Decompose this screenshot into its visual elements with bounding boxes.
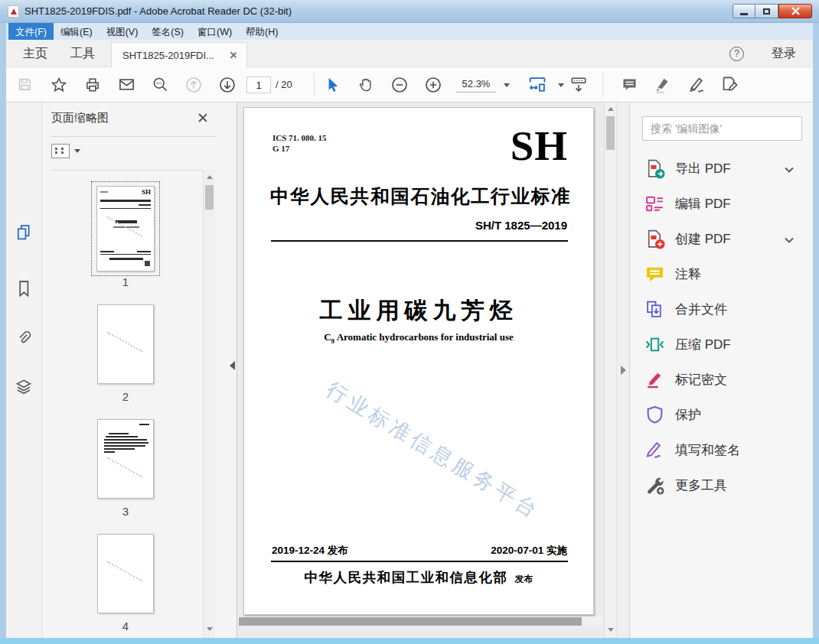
tool-edit-pdf[interactable]: 编辑 PDF [630, 186, 813, 221]
tool-label: 导出 PDF [675, 160, 731, 177]
menu-window[interactable]: 窗口(W) [191, 23, 239, 40]
attachments-icon[interactable] [15, 329, 33, 347]
next-page-icon[interactable] [217, 74, 238, 96]
tool-label: 创建 PDF [675, 230, 731, 248]
select-tool-icon[interactable] [321, 74, 343, 96]
page-edit-icon[interactable] [719, 74, 740, 96]
chevron-down-icon[interactable] [784, 164, 795, 177]
tab-close-icon[interactable] [228, 50, 239, 60]
thumbnails-scrollbar[interactable] [203, 170, 215, 638]
tool-compress-pdf[interactable]: 压缩 PDF [630, 327, 813, 362]
sign-in-button[interactable]: 登录 [772, 40, 796, 67]
fit-width-icon[interactable] [527, 74, 548, 96]
scrollbar-thumb[interactable] [239, 617, 582, 626]
standard-number: SH/T 1825—2019 [475, 219, 567, 232]
tool-label: 合并文件 [675, 301, 727, 318]
tool-more-tools[interactable]: 更多工具 [630, 467, 813, 503]
tool-create-pdf[interactable]: 创建 PDF [630, 221, 813, 256]
maximize-icon [763, 8, 770, 15]
scroll-down-icon[interactable] [608, 628, 614, 632]
comment-icon[interactable] [618, 74, 640, 96]
tool-comment[interactable]: 注释 [630, 256, 813, 291]
watermark-text: 行业标准信息服务平台 [305, 366, 562, 535]
close-window-button[interactable] [778, 4, 812, 18]
menu-help[interactable]: 帮助(H) [239, 23, 285, 40]
previous-page-icon[interactable] [183, 74, 204, 96]
tool-combine-files[interactable]: 合并文件 [630, 291, 813, 327]
scroll-up-icon[interactable] [207, 175, 213, 179]
thumbnail-label-3[interactable]: 3 [91, 505, 160, 518]
star-icon[interactable] [48, 74, 70, 96]
document-vertical-scrollbar[interactable] [604, 102, 616, 638]
menu-sign[interactable]: 签名(S) [145, 23, 191, 40]
tab-tools[interactable]: 工具 [70, 40, 95, 67]
highlight-icon[interactable] [652, 74, 674, 96]
hide-toolbar-icon[interactable] [568, 74, 589, 96]
thumbnail-page-1[interactable]: SH [96, 186, 155, 272]
help-icon[interactable]: ? [729, 47, 744, 61]
scroll-up-icon[interactable] [608, 107, 614, 111]
zoom-dropdown-caret[interactable] [504, 83, 510, 87]
window-border [0, 23, 6, 638]
tab-document[interactable]: SHT1825-2019FDI... [111, 42, 247, 67]
thumb-text-line [104, 448, 135, 450]
panel-divider [51, 136, 217, 137]
thumb-text-line [109, 433, 129, 434]
tool-label: 编辑 PDF [675, 195, 731, 213]
bookmarks-icon[interactable] [15, 279, 33, 298]
thumbnail-page-3[interactable] [97, 419, 154, 499]
zoom-out-icon[interactable] [389, 74, 410, 96]
zoom-level-value[interactable]: 52.3% [456, 78, 496, 93]
document-horizontal-scrollbar[interactable] [238, 616, 604, 626]
title-bar[interactable]: SHT1825-2019FDIS.pdf - Adobe Acrobat Rea… [0, 0, 819, 23]
thumb-watermark [106, 561, 142, 581]
thumb-watermark [106, 331, 142, 352]
search-icon[interactable] [149, 74, 171, 96]
menu-file[interactable]: 文件(F) [8, 23, 54, 40]
tool-export-pdf[interactable]: 导出 PDF [630, 151, 813, 186]
combine-files-icon [644, 299, 665, 320]
tools-search-input[interactable] [642, 116, 802, 141]
tools-pane-gutter [616, 102, 629, 638]
chevron-down-icon[interactable] [784, 234, 795, 248]
print-icon[interactable] [82, 74, 103, 96]
thumbnail-options-button[interactable] [51, 142, 82, 159]
collapse-left-panel-icon[interactable] [230, 361, 235, 370]
zoom-in-icon[interactable] [423, 74, 444, 96]
sh-logo: SH [511, 122, 568, 170]
scroll-down-icon[interactable] [207, 627, 213, 631]
thumbnail-page-4[interactable] [97, 534, 154, 613]
page-number-input[interactable] [246, 76, 271, 93]
pdf-page[interactable]: ICS 71. 080. 15 G 17 SH 中华人民共和国石油化工行业标准 … [243, 107, 594, 615]
tab-home[interactable]: 主页 [23, 40, 47, 67]
panel-close-icon[interactable] [197, 112, 209, 124]
scrollbar-thumb[interactable] [205, 185, 214, 210]
hand-tool-icon[interactable] [355, 74, 377, 96]
menu-edit[interactable]: 编辑(E) [54, 23, 100, 40]
email-icon[interactable] [116, 74, 137, 96]
tool-redact[interactable]: 标记密文 [630, 362, 813, 397]
toolbar-divider [314, 73, 315, 96]
page-thumbnails-icon[interactable] [15, 223, 33, 242]
menu-view[interactable]: 视图(V) [100, 23, 145, 40]
minimize-button[interactable] [733, 4, 755, 18]
thumbnail-label-4[interactable]: 4 [91, 620, 160, 633]
window-border [813, 23, 819, 638]
thumbnail-page-2[interactable] [97, 304, 154, 384]
collapse-right-panel-icon[interactable] [621, 366, 626, 375]
thumbnail-label-2[interactable]: 2 [91, 390, 160, 403]
document-canvas[interactable]: ICS 71. 080. 15 G 17 SH 中华人民共和国石油化工行业标准 … [237, 102, 604, 638]
tool-protect[interactable]: 保护 [630, 397, 813, 432]
sign-icon[interactable] [686, 74, 707, 96]
save-icon[interactable] [14, 74, 35, 96]
maximize-button[interactable] [755, 4, 778, 18]
layers-icon[interactable] [15, 378, 33, 396]
fit-dropdown-caret[interactable] [558, 83, 564, 87]
tool-fill-sign[interactable]: 填写和签名 [630, 432, 813, 467]
tools-pane: 导出 PDF 编辑 PDF 创建 PDF 注释 合并文件 [629, 102, 813, 638]
thumb-text-line [100, 200, 151, 202]
protect-icon [644, 405, 665, 425]
scrollbar-thumb[interactable] [606, 116, 615, 150]
thumb-text-line [104, 445, 145, 447]
thumbnail-label-1[interactable]: 1 [91, 275, 160, 288]
